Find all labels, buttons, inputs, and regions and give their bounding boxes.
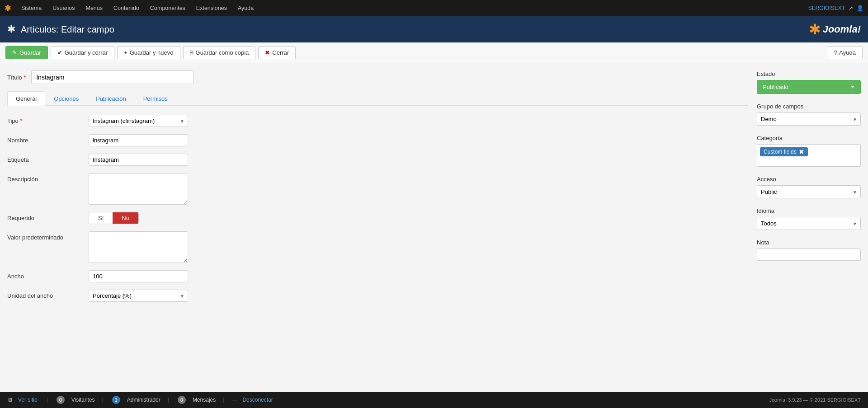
nombre-input[interactable] bbox=[89, 134, 188, 146]
nav-ayuda[interactable]: Ayuda bbox=[233, 0, 258, 16]
requerido-group: Requerido Sí No bbox=[7, 212, 748, 224]
estado-label: Estado bbox=[757, 70, 861, 77]
nota-section: Nota bbox=[757, 239, 861, 261]
acceso-select[interactable]: Public bbox=[757, 185, 861, 198]
grupo-campos-section: Grupo de campos Demo bbox=[757, 103, 861, 126]
grupo-campos-label: Grupo de campos bbox=[757, 103, 861, 110]
joomla-nav-icon: ✱ bbox=[5, 3, 11, 13]
estado-value: Publicado bbox=[763, 84, 788, 90]
save-label: Guardar bbox=[19, 49, 41, 56]
requerido-no-button[interactable]: No bbox=[113, 212, 138, 224]
valor-pred-label: Valor predeterminado bbox=[7, 231, 89, 241]
header-bar: ✱ Artículos: Editar campo ✱ Joomla! bbox=[0, 16, 868, 42]
sidebar: Estado Publicado ▼ Grupo de campos Demo … bbox=[757, 70, 861, 309]
descripcion-label: Descripción bbox=[7, 173, 89, 183]
grupo-select-wrapper: Demo bbox=[757, 113, 861, 126]
valor-pred-textarea[interactable] bbox=[89, 231, 188, 263]
category-tag-text: Custom fields bbox=[764, 149, 797, 155]
tipo-group: Tipo * Instagram (cfinstagram) bbox=[7, 115, 748, 127]
nombre-label: Nombre bbox=[7, 134, 89, 144]
title-row: Título * bbox=[7, 70, 748, 84]
tab-bar: General Opciones Publicación Permisos bbox=[7, 91, 748, 106]
nota-label: Nota bbox=[757, 239, 861, 246]
nombre-group: Nombre bbox=[7, 134, 748, 146]
ancho-group: Ancho bbox=[7, 270, 748, 282]
top-navigation: ✱ Sistema Usuarios Menús Contenido Compo… bbox=[0, 0, 868, 16]
nav-componentes[interactable]: Componentes bbox=[146, 0, 190, 16]
acceso-label: Acceso bbox=[757, 176, 861, 183]
close-button[interactable]: ✖ Cerrar bbox=[258, 46, 296, 59]
help-icon: ? bbox=[834, 49, 837, 56]
titulo-label: Título * bbox=[7, 74, 26, 81]
nav-menus[interactable]: Menús bbox=[81, 0, 107, 16]
categoria-section: Categoría Custom fields ✖ bbox=[757, 135, 861, 167]
content-wrapper: Título * General Opciones Publicación Pe… bbox=[0, 63, 868, 316]
user-icon[interactable]: 👤 bbox=[857, 5, 863, 11]
close-icon: ✖ bbox=[265, 49, 270, 56]
descripcion-textarea[interactable] bbox=[89, 173, 188, 205]
tab-general[interactable]: General bbox=[7, 91, 45, 106]
help-button[interactable]: ? Ayuda bbox=[827, 46, 863, 59]
idioma-section: Idioma Todos bbox=[757, 207, 861, 230]
idioma-select[interactable]: Todos bbox=[757, 217, 861, 230]
save-icon: ✎ bbox=[12, 49, 17, 56]
save-close-label: Guardar y cerrar bbox=[65, 49, 108, 56]
tipo-select[interactable]: Instagram (cfinstagram) bbox=[89, 115, 188, 127]
requerido-si-button[interactable]: Sí bbox=[89, 212, 113, 224]
user-link[interactable]: SERGIOISEXT bbox=[808, 5, 845, 11]
unidad-ancho-select-wrapper: Porcentaje (%) bbox=[89, 290, 188, 302]
save-copy-label: Guardar como copia bbox=[196, 49, 249, 56]
etiqueta-input[interactable] bbox=[89, 154, 188, 166]
tab-opciones[interactable]: Opciones bbox=[45, 91, 87, 106]
unidad-ancho-label: Unidad del ancho bbox=[7, 290, 89, 299]
user-info: SERGIOISEXT ↗ 👤 bbox=[808, 5, 863, 11]
category-tag: Custom fields ✖ bbox=[760, 147, 808, 156]
idioma-label: Idioma bbox=[757, 207, 861, 214]
unidad-ancho-group: Unidad del ancho Porcentaje (%) bbox=[7, 290, 748, 302]
category-tag-remove[interactable]: ✖ bbox=[799, 149, 804, 155]
ancho-label: Ancho bbox=[7, 270, 89, 280]
tab-permisos[interactable]: Permisos bbox=[135, 91, 176, 106]
etiqueta-group: Etiqueta bbox=[7, 154, 748, 166]
nav-extensiones[interactable]: Extensiones bbox=[192, 0, 231, 16]
required-star: * bbox=[24, 74, 26, 81]
joomla-logo: ✱ Joomla! bbox=[809, 21, 861, 38]
categoria-area[interactable]: Custom fields ✖ bbox=[757, 144, 861, 167]
requerido-label: Requerido bbox=[7, 212, 89, 221]
etiqueta-label: Etiqueta bbox=[7, 154, 89, 163]
nota-input[interactable] bbox=[757, 249, 861, 261]
puzzle-icon: ✱ bbox=[7, 23, 15, 35]
page-title: Artículos: Editar campo bbox=[21, 24, 114, 35]
tipo-select-wrapper: Instagram (cfinstagram) bbox=[89, 115, 188, 127]
grupo-select[interactable]: Demo bbox=[757, 113, 861, 126]
unidad-ancho-select[interactable]: Porcentaje (%) bbox=[89, 290, 188, 302]
check-icon: ✔ bbox=[57, 49, 62, 56]
acceso-select-wrapper: Public bbox=[757, 185, 861, 198]
save-new-button[interactable]: + Guardar y nuevo bbox=[117, 46, 180, 59]
save-copy-button[interactable]: ⎘ Guardar como copia bbox=[183, 46, 256, 59]
estado-section: Estado Publicado ▼ bbox=[757, 70, 861, 94]
nav-sistema[interactable]: Sistema bbox=[17, 0, 46, 16]
nav-usuarios[interactable]: Usuarios bbox=[48, 0, 79, 16]
idioma-select-wrapper: Todos bbox=[757, 217, 861, 230]
nav-contenido[interactable]: Contenido bbox=[109, 0, 144, 16]
plus-icon: + bbox=[124, 49, 127, 56]
toolbar: ✎ Guardar ✔ Guardar y cerrar + Guardar y… bbox=[0, 42, 868, 63]
estado-published-button[interactable]: Publicado ▼ bbox=[757, 80, 861, 94]
help-label: Ayuda bbox=[839, 49, 856, 56]
close-label: Cerrar bbox=[272, 49, 289, 56]
requerido-toggle: Sí No bbox=[89, 212, 139, 224]
save-close-button[interactable]: ✔ Guardar y cerrar bbox=[51, 46, 114, 59]
tab-publicacion[interactable]: Publicación bbox=[87, 91, 135, 106]
ancho-input[interactable] bbox=[89, 270, 188, 282]
title-input[interactable] bbox=[31, 70, 194, 84]
save-new-label: Guardar y nuevo bbox=[130, 49, 174, 56]
categoria-label: Categoría bbox=[757, 135, 861, 141]
save-button[interactable]: ✎ Guardar bbox=[5, 46, 48, 59]
external-link-icon: ↗ bbox=[849, 5, 853, 11]
descripcion-group: Descripción bbox=[7, 173, 748, 205]
main-form: Título * General Opciones Publicación Pe… bbox=[7, 70, 748, 309]
acceso-section: Acceso Public bbox=[757, 176, 861, 198]
joomla-logo-text: Joomla! bbox=[823, 23, 861, 35]
tipo-label: Tipo * bbox=[7, 115, 89, 124]
